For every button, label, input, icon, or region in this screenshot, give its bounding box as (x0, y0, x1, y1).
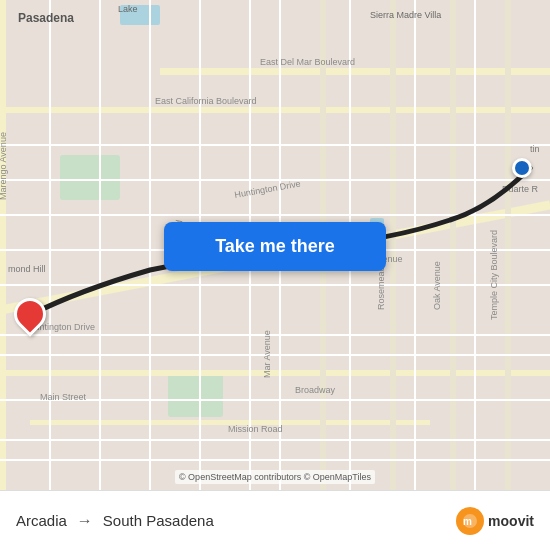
moovit-logo: m moovit (456, 507, 534, 535)
destination-marker (512, 158, 532, 178)
svg-text:mond Hill: mond Hill (8, 264, 46, 274)
svg-rect-2 (168, 372, 223, 417)
cta-label: Take me there (215, 236, 335, 257)
svg-text:Main Street: Main Street (40, 392, 87, 402)
svg-rect-1 (60, 155, 120, 200)
svg-text:tin: tin (530, 144, 540, 154)
svg-rect-13 (450, 0, 456, 490)
svg-text:Temple City Boulevard: Temple City Boulevard (489, 230, 499, 320)
svg-rect-5 (160, 68, 550, 75)
moovit-logo-text: moovit (488, 513, 534, 529)
from-label: Arcadia (16, 512, 67, 529)
osm-attribution: © OpenStreetMap contributors © OpenMapTi… (175, 470, 375, 484)
map-container: Pasadena Lake Sierra Madre Villa East De… (0, 0, 550, 490)
svg-text:Marengo Avenue: Marengo Avenue (0, 132, 8, 200)
svg-text:East Del Mar Boulevard: East Del Mar Boulevard (260, 57, 355, 67)
svg-text:Sierra Madre Villa: Sierra Madre Villa (370, 10, 441, 20)
svg-rect-10 (0, 0, 6, 490)
svg-text:Broadway: Broadway (295, 385, 336, 395)
svg-text:East California Boulevard: East California Boulevard (155, 96, 257, 106)
moovit-logo-circle: m (456, 507, 484, 535)
moovit-logo-icon: m (461, 512, 479, 530)
bottom-bar: Arcadia → South Pasadena m moovit (0, 490, 550, 550)
svg-text:Lake: Lake (118, 4, 138, 14)
to-label: South Pasadena (103, 512, 214, 529)
svg-text:Mission Road: Mission Road (228, 424, 283, 434)
svg-text:Mar Avenue: Mar Avenue (262, 330, 272, 378)
take-me-there-button[interactable]: Take me there (164, 222, 386, 271)
svg-text:Oak Avenue: Oak Avenue (432, 261, 442, 310)
origin-pin (14, 298, 46, 330)
svg-rect-14 (505, 0, 511, 490)
svg-rect-12 (390, 0, 396, 490)
svg-rect-6 (0, 107, 550, 113)
svg-text:Pasadena: Pasadena (18, 11, 74, 25)
svg-text:m: m (463, 516, 472, 527)
svg-rect-8 (0, 370, 550, 376)
direction-arrow-icon: → (77, 512, 93, 530)
